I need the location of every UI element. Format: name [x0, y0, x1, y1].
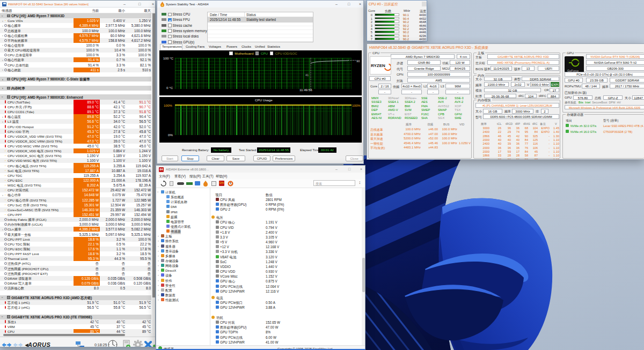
svg-text:90: 90 — [356, 59, 360, 62]
svg-text:41: 41 — [305, 73, 309, 77]
svg-text:RYZEN: RYZEN — [371, 63, 385, 68]
